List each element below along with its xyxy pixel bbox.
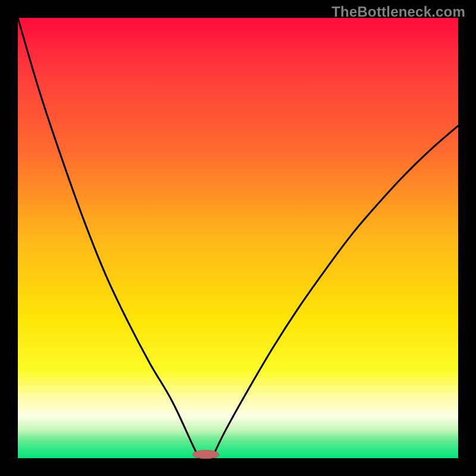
chart-svg	[0, 0, 476, 476]
plot-background	[18, 18, 458, 458]
watermark-text: TheBottleneck.com	[331, 4, 465, 20]
chart-frame: TheBottleneck.com	[0, 0, 476, 476]
bottleneck-marker	[193, 450, 219, 459]
